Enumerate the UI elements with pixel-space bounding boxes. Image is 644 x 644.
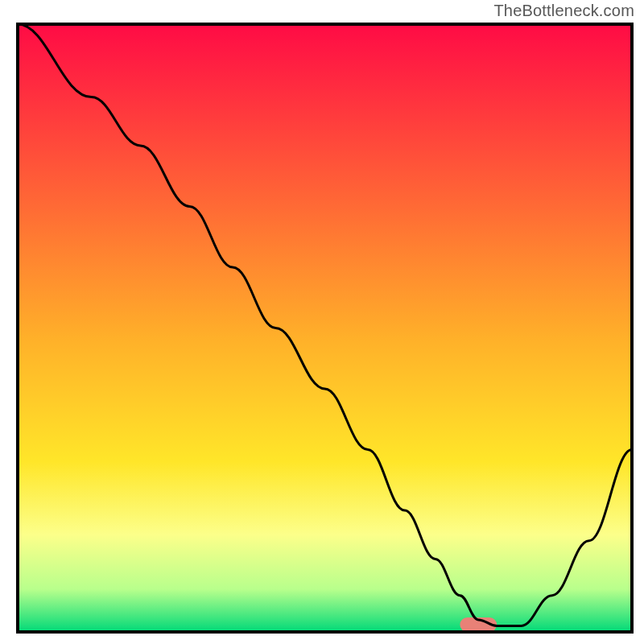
bottleneck-chart: [0, 0, 644, 644]
gradient-fill: [18, 24, 632, 632]
plot-area: [18, 24, 632, 632]
watermark-text: TheBottleneck.com: [493, 2, 634, 20]
